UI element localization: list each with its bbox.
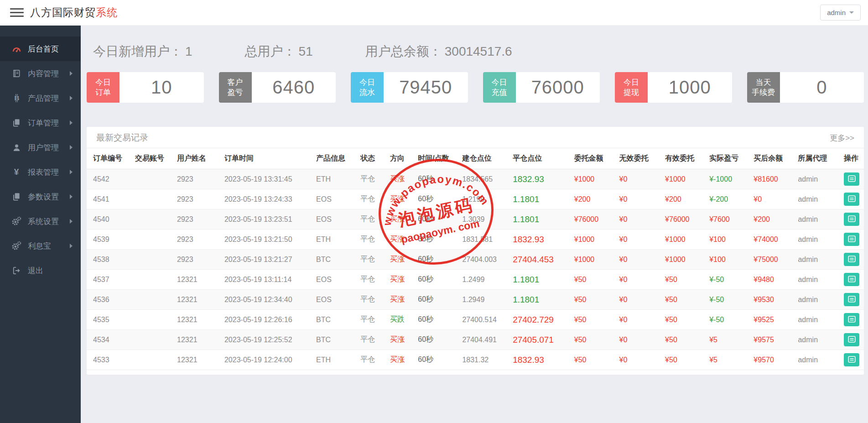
cell-time: 2023-05-19 13:24:33 [218,189,310,209]
cell-profit: ¥-50 [703,270,747,290]
cell-open: 1831.32 [456,350,506,370]
column-header-agent: 所属代理 [791,148,837,169]
summary-stat: 今日新增用户：1 [93,43,192,60]
column-header-action: 操作 [837,148,864,169]
table-row: 4533123212023-05-19 12:24:00ETH平仓买涨60秒18… [87,350,864,370]
sidebar-item-label: 内容管理 [28,68,59,79]
cell-invalid: ¥0 [613,290,659,310]
cell-valid: ¥1000 [659,230,703,250]
cell-amount: ¥50 [568,310,613,330]
column-header-time: 订单时间 [218,148,310,169]
cell-profit: ¥-1000 [703,169,747,189]
hamburger-icon[interactable] [10,6,24,19]
cell-agent: admin [791,270,837,290]
table-row: 454029232023-05-19 13:23:51EOS平仓买涨60秒1.3… [87,209,864,230]
sidebar-item-system[interactable]: 系统设置 [0,209,81,234]
sidebar-item-home[interactable]: 后台首页 [0,37,81,61]
sidebar-item-label: 后台首页 [28,44,59,54]
latest-trades-panel: 最新交易记录 更多>> 订单编号交易账号用户姓名订单时间产品信息状态方向时间/点… [87,127,864,375]
sidebar: 后台首页内容管理B产品管理订单管理用户管理¥报表管理参数设置系统设置利息宝退出 [0,26,81,423]
cell-seconds: 60秒 [411,330,456,350]
stat-value: 51 [299,44,313,58]
row-action-button[interactable] [844,313,859,326]
card-label: 客户盈亏 [219,72,252,103]
cell-agent: admin [791,230,837,250]
files-icon [11,192,22,201]
column-header-seconds: 时间/点数 [411,148,456,169]
cell-close: 1.1801 [506,270,568,290]
row-action-button[interactable] [844,333,859,346]
cell-invalid: ¥0 [613,230,659,250]
cell-id: 4537 [87,270,129,290]
column-header-open: 建仓点位 [456,148,506,169]
sidebar-item-user[interactable]: 用户管理 [0,135,81,160]
row-action-button[interactable] [844,193,859,206]
sidebar-item-interest[interactable]: 利息宝 [0,234,81,258]
cell-agent: admin [791,350,837,370]
cell-valid: ¥1000 [659,250,703,270]
cell-id: 4533 [87,350,129,370]
gears-icon [11,241,22,251]
cell-amount: ¥1000 [568,169,613,189]
row-action-button[interactable] [844,213,859,226]
sidebar-item-report[interactable]: ¥报表管理 [0,160,81,184]
sidebar-item-label: 利息宝 [28,241,51,251]
cell-status: 平仓 [354,270,384,290]
cell-agent: admin [791,330,837,350]
stat-label: 总用户： [245,44,296,58]
sidebar-item-logout[interactable]: 退出 [0,258,81,283]
card-label-line: 手续费 [752,88,775,97]
list-alt-icon [847,275,856,284]
cell-invalid: ¥0 [613,330,659,350]
table-row: 454129232023-05-19 13:24:33EOS平仓买涨60秒1.2… [87,189,864,209]
cell-action [837,250,864,270]
cell-amount: ¥200 [568,189,613,209]
cell-account [129,230,171,250]
cell-amount: ¥50 [568,330,613,350]
more-link[interactable]: 更多>> [830,133,854,143]
column-header-profit: 实际盈亏 [703,148,747,169]
sidebar-item-order[interactable]: 订单管理 [0,110,81,135]
stat-card-today-withdraw: 今日提现1000 [615,72,732,103]
row-action-button[interactable] [844,293,859,306]
cell-agent: admin [791,189,837,209]
cell-close: 27402.729 [506,310,568,330]
row-action-button[interactable] [844,353,859,366]
cell-status: 平仓 [354,230,384,250]
row-action-button[interactable] [844,253,859,266]
cell-status: 平仓 [354,330,384,350]
cell-direction: 买涨 [384,230,411,250]
user-dropdown[interactable]: admin [820,5,861,21]
sidebar-item-product[interactable]: B产品管理 [0,86,81,110]
cell-account [129,209,171,230]
card-label-line: 订单 [95,88,111,97]
card-label-line: 今日 [492,78,507,87]
sidebar-item-label: 系统设置 [28,216,59,227]
cell-valid: ¥50 [659,290,703,310]
row-action-button[interactable] [844,172,859,186]
row-action-button[interactable] [844,273,859,286]
row-action-button[interactable] [844,233,859,246]
column-header-amount: 委托金额 [568,148,613,169]
cell-close: 27404.453 [506,250,568,270]
cell-profit: ¥7600 [703,209,747,230]
table-row: 454229232023-05-19 13:31:45ETH平仓买涨60秒183… [87,169,864,189]
card-value: 76000 [516,72,600,103]
cell-balance: ¥9525 [747,310,791,330]
cell-profit: ¥5 [703,330,747,350]
cell-balance: ¥74000 [747,230,791,250]
card-label: 今日订单 [87,72,120,103]
sidebar-item-param[interactable]: 参数设置 [0,184,81,209]
cell-name: 12321 [171,350,218,370]
cell-profit: ¥100 [703,250,747,270]
summary-stat: 总用户：51 [245,43,313,60]
sidebar-item-label: 产品管理 [28,93,59,104]
cell-account [129,330,171,350]
column-header-id: 订单编号 [87,148,129,169]
chevron-right-icon [70,120,73,125]
chevron-right-icon [70,170,73,174]
signout-icon [11,266,22,275]
cell-seconds: 60秒 [411,290,456,310]
sidebar-item-content[interactable]: 内容管理 [0,61,81,86]
cell-profit: ¥100 [703,230,747,250]
